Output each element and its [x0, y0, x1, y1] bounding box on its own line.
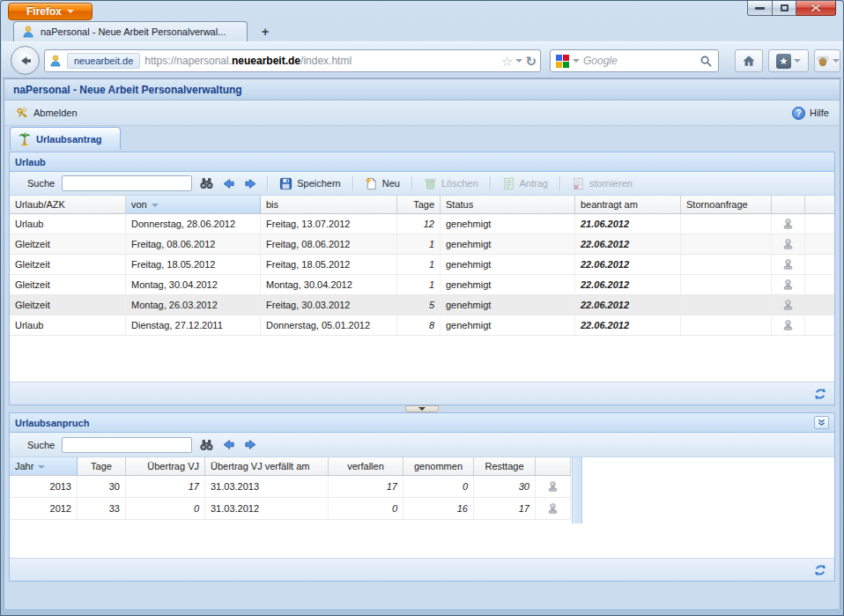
antrag-button[interactable]: Antrag: [500, 175, 551, 192]
column-header-status[interactable]: Status: [441, 196, 575, 213]
column-header-jahr[interactable]: Jahr: [10, 457, 78, 475]
search-input[interactable]: [583, 55, 696, 67]
new-button[interactable]: Neu: [362, 175, 403, 192]
search-box[interactable]: [550, 49, 719, 72]
browser-window: Firefox naPersonal - Neue Arbeit Persona…: [0, 0, 844, 616]
urlaubsanspruch-panel-title: Urlaubsanpruch: [15, 418, 89, 428]
cell-type: Gleitzeit: [10, 234, 126, 254]
titlebar[interactable]: Firefox: [1, 1, 843, 20]
panel-splitter[interactable]: [9, 405, 835, 412]
search-go-button[interactable]: [199, 439, 214, 451]
delete-button[interactable]: Löschen: [421, 175, 481, 192]
site-identity-button[interactable]: neuearbeit.de: [67, 53, 140, 69]
table-row[interactable]: Gleitzeit Montag, 30.04.2012 Montag, 30.…: [10, 275, 834, 295]
column-header-von[interactable]: von: [126, 196, 261, 213]
cell-status: genehmigt: [441, 214, 575, 234]
cell-uebertrag: 17: [126, 476, 205, 497]
home-button[interactable]: [735, 49, 763, 72]
cell-resttage: 17: [474, 498, 536, 519]
table-row[interactable]: Gleitzeit Freitag, 08.06.2012 Freitag, 0…: [10, 234, 834, 255]
collapse-panel-button[interactable]: [814, 416, 829, 429]
column-header-resttage[interactable]: Resttage: [474, 457, 536, 475]
column-header-bis[interactable]: bis: [261, 196, 397, 213]
browser-tab[interactable]: naPersonal - Neue Arbeit Personalverwal.…: [13, 21, 248, 41]
addon-button[interactable]: [814, 49, 840, 72]
tab-urlaubsantrag[interactable]: Urlaubsantrag: [10, 127, 121, 150]
table-row[interactable]: 2013 30 17 31.03.2013 17 0 30: [10, 476, 571, 498]
google-logo-icon: [556, 55, 569, 68]
splitter-collapse-handle[interactable]: [405, 405, 439, 412]
urlaub-panel: Urlaub Suche Speichern: [9, 152, 835, 405]
table-row[interactable]: Urlaub Dienstag, 27.12.2011 Donnerstag, …: [10, 315, 834, 336]
cell-tage: 30: [78, 476, 126, 497]
stornieren-button[interactable]: stornieren: [569, 175, 635, 192]
close-button[interactable]: [796, 1, 836, 16]
cell-verfallen: 17: [329, 476, 403, 497]
column-header-beantragt-am[interactable]: beantragt am: [575, 196, 681, 213]
cell-filler: [805, 255, 834, 274]
stamp-icon[interactable]: [781, 218, 795, 231]
new-document-icon: [365, 177, 378, 190]
minimize-button[interactable]: [747, 1, 773, 16]
stamp-icon[interactable]: [781, 238, 795, 251]
table-row[interactable]: Gleitzeit Freitag, 18.05.2012 Freitag, 1…: [10, 255, 834, 275]
table-row[interactable]: Gleitzeit Montag, 26.03.2012 Freitag, 30…: [10, 295, 834, 315]
cell-status: genehmigt: [441, 295, 575, 315]
cell-type: Gleitzeit: [10, 255, 126, 274]
refresh-button[interactable]: [813, 387, 827, 401]
search-input[interactable]: [62, 437, 192, 453]
stamp-icon[interactable]: [781, 258, 795, 271]
next-button[interactable]: [243, 177, 258, 190]
save-icon: [279, 177, 292, 190]
cell-filler: [805, 234, 834, 254]
column-header-genommen[interactable]: genommen: [403, 457, 474, 475]
new-tab-button[interactable]: +: [254, 24, 277, 41]
stamp-icon[interactable]: [781, 278, 795, 292]
firefox-menu-button[interactable]: Firefox: [8, 3, 93, 20]
prev-button[interactable]: [221, 177, 236, 190]
save-button[interactable]: Speichern: [277, 175, 344, 192]
cell-von: Freitag, 18.05.2012: [126, 255, 261, 274]
cell-action: [772, 295, 805, 315]
stamp-icon[interactable]: [546, 480, 559, 494]
urlaub-panel-header: Urlaub: [10, 152, 834, 172]
column-header-tage[interactable]: Tage: [397, 196, 441, 213]
table-row[interactable]: Urlaub Donnerstag, 28.06.2012 Freitag, 1…: [10, 214, 834, 234]
column-header-verfallen[interactable]: verfallen: [329, 457, 403, 475]
search-label: Suche: [27, 440, 55, 450]
maximize-button[interactable]: [773, 1, 796, 16]
stamp-icon[interactable]: [546, 502, 559, 516]
location-bar[interactable]: neuearbeit.de https://napersonal.neuearb…: [44, 49, 541, 72]
cell-genommen: 16: [403, 498, 474, 519]
back-button[interactable]: [11, 46, 40, 75]
column-header-tage[interactable]: Tage: [78, 457, 126, 475]
refresh-button[interactable]: [813, 563, 827, 577]
column-header-uebertrag-vj[interactable]: Übertrag VJ: [126, 457, 205, 475]
url-text[interactable]: https://napersonal.neuearbeit.de/index.h…: [144, 55, 497, 67]
cell-bis: Donnerstag, 05.01.2012: [261, 315, 397, 335]
next-button[interactable]: [243, 438, 258, 451]
column-header-verfaellt-am[interactable]: Übertrag VJ verfällt am: [205, 457, 329, 475]
prev-button[interactable]: [221, 438, 236, 451]
help-button[interactable]: ? Hilfe: [792, 107, 829, 120]
bookmark-star-icon[interactable]: ☆: [501, 55, 513, 68]
cell-tage: 8: [397, 315, 441, 335]
cell-status: genehmigt: [441, 275, 575, 294]
stamp-icon[interactable]: [781, 299, 795, 312]
cell-verfaellt: 31.03.2013: [205, 476, 329, 497]
search-go-button[interactable]: [199, 177, 214, 189]
cell-type: Gleitzeit: [10, 275, 126, 294]
column-header-stornoanfrage[interactable]: Stornoanfrage: [681, 196, 772, 213]
column-header-urlaub-azk[interactable]: Urlaub/AZK: [10, 196, 126, 213]
search-engine-dropdown-icon[interactable]: [573, 59, 580, 63]
stamp-icon[interactable]: [781, 319, 795, 332]
table-row[interactable]: 2012 33 0 31.03.2012 0 16 17: [10, 498, 571, 520]
bookmarks-dropdown-icon: [794, 59, 801, 63]
search-icon[interactable]: [700, 55, 713, 68]
search-input[interactable]: [62, 175, 192, 191]
toolbar-separator: [411, 176, 412, 190]
urlbar-dropdown-icon[interactable]: [515, 59, 522, 63]
bookmarks-button[interactable]: ★: [768, 49, 809, 72]
reload-icon[interactable]: ↻: [525, 55, 537, 68]
logout-button[interactable]: Abmelden: [15, 107, 78, 120]
